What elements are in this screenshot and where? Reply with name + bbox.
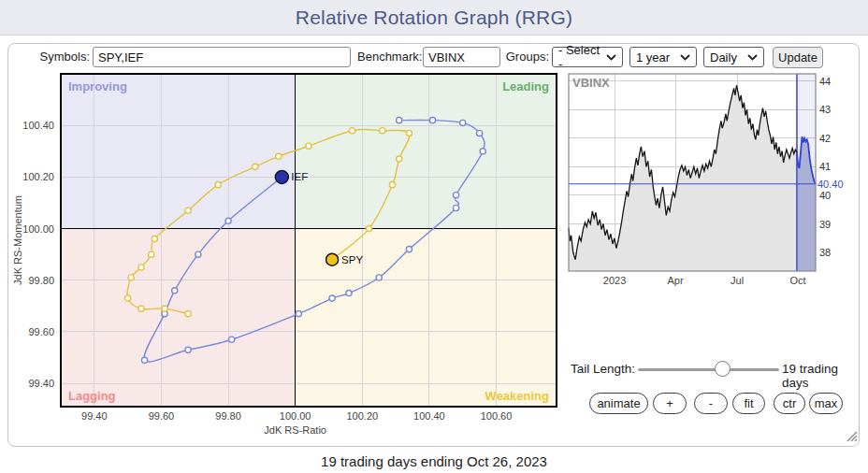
tail-point	[195, 251, 201, 257]
tail-point	[225, 218, 231, 223]
svg-text:40.40: 40.40	[817, 179, 844, 190]
tail-point	[349, 128, 354, 134]
tail-point	[215, 182, 221, 188]
svg-text:99.80: 99.80	[215, 410, 241, 422]
rrg-quadrants	[61, 74, 557, 407]
groups-select[interactable]: - Select -	[552, 47, 623, 67]
svg-text:41: 41	[819, 161, 831, 172]
svg-text:Jul: Jul	[731, 275, 744, 286]
tail-point	[480, 149, 485, 154]
svg-text:Apr: Apr	[667, 275, 683, 286]
tail-point	[453, 205, 458, 210]
zoom-out-button[interactable]: -	[694, 393, 728, 414]
tail-length-slider-track[interactable]	[638, 368, 779, 371]
symbols-label: Symbols:	[34, 50, 90, 64]
svg-text:40: 40	[819, 190, 831, 201]
svg-text:38: 38	[819, 247, 831, 258]
tail-point	[389, 182, 395, 188]
tail-point	[185, 208, 191, 213]
header-bar: Relative Rotation Graph (RRG)	[0, 0, 868, 36]
svg-text:44: 44	[819, 76, 831, 87]
price-area	[569, 85, 816, 271]
svg-text:100.20: 100.20	[22, 171, 54, 182]
groups-select-value: - Select -	[558, 43, 602, 71]
svg-text:100.00: 100.00	[22, 223, 54, 235]
tail-length-label: Tail Length:	[571, 362, 635, 376]
svg-text:2023: 2023	[603, 275, 626, 286]
period-select[interactable]: 1 year	[629, 47, 697, 67]
update-button[interactable]: Update	[773, 47, 823, 68]
tail-point	[185, 347, 191, 352]
tail-point	[141, 357, 147, 363]
page-title: Relative Rotation Graph (RRG)	[0, 0, 868, 36]
animate-button[interactable]: animate	[589, 393, 648, 414]
tail-point	[172, 288, 178, 294]
footer-caption: 19 trading days ending Oct 26, 2023	[0, 453, 868, 469]
tail-point	[128, 275, 134, 280]
rrg-marker-label: IEF	[291, 171, 308, 182]
svg-text:43: 43	[819, 104, 831, 115]
svg-text:99.80: 99.80	[28, 275, 54, 286]
frequency-select[interactable]: Daily	[703, 47, 764, 67]
svg-text:JdK RS-Ratio: JdK RS-Ratio	[264, 424, 326, 436]
rrg-chart[interactable]: ImprovingLeadingLaggingWeakening99.4099.…	[9, 71, 571, 445]
benchmark-price-chart[interactable]: VBINX4443424140393840.402023AprJulOct	[561, 71, 866, 288]
tail-point	[380, 128, 385, 134]
svg-text:Leading: Leading	[502, 79, 549, 93]
svg-text:100.20: 100.20	[346, 410, 378, 422]
tail-point	[162, 306, 167, 311]
svg-text:99.40: 99.40	[28, 378, 54, 389]
svg-text:JdK RS-Momentum: JdK RS-Momentum	[12, 195, 23, 285]
tail-point	[376, 275, 382, 280]
svg-text:39: 39	[819, 219, 831, 230]
svg-text:42: 42	[819, 133, 831, 144]
center-button[interactable]: ctr	[774, 393, 805, 414]
period-select-value: 1 year	[636, 50, 670, 64]
max-button[interactable]: max	[809, 393, 843, 414]
chevron-down-icon	[606, 54, 616, 61]
rrg-marker-spy[interactable]	[326, 253, 339, 265]
resize-handle-icon[interactable]	[844, 428, 858, 442]
tail-point	[460, 120, 466, 125]
svg-text:Lagging: Lagging	[68, 389, 116, 403]
svg-text:100.00: 100.00	[280, 410, 311, 422]
tail-point	[453, 193, 458, 198]
tail-point	[152, 236, 157, 242]
tail-point	[406, 130, 412, 136]
tail-point	[138, 306, 144, 311]
tail-point	[149, 251, 154, 257]
tail-point	[366, 225, 371, 231]
benchmark-input[interactable]	[423, 47, 500, 67]
fit-button[interactable]: fit	[732, 393, 765, 414]
benchmark-chart-title: VBINX	[572, 76, 610, 90]
tail-point	[296, 311, 301, 317]
chevron-down-icon	[680, 54, 690, 61]
groups-label: Groups:	[505, 50, 549, 64]
svg-text:99.60: 99.60	[149, 410, 175, 422]
tail-point	[229, 337, 235, 342]
tail-point	[477, 130, 483, 136]
svg-text:99.60: 99.60	[28, 326, 54, 337]
tail-point	[397, 156, 402, 162]
tail-point	[276, 153, 282, 159]
tail-length-slider-thumb[interactable]	[715, 361, 731, 377]
svg-text:Improving: Improving	[68, 79, 127, 93]
tail-point	[138, 265, 144, 270]
rrg-marker-label: SPY	[341, 254, 363, 265]
symbols-input[interactable]	[93, 47, 351, 67]
rrg-marker-ief[interactable]	[275, 170, 288, 183]
tail-point	[397, 118, 402, 123]
benchmark-label: Benchmark:	[357, 50, 419, 64]
tail-point	[306, 143, 311, 149]
tail-point	[329, 295, 335, 301]
svg-text:99.40: 99.40	[81, 410, 108, 422]
zoom-in-button[interactable]: +	[653, 393, 687, 414]
svg-text:Weakening: Weakening	[485, 389, 549, 403]
tail-point	[125, 295, 131, 301]
tail-point	[346, 290, 352, 295]
tail-point	[185, 311, 191, 317]
tail-length-value: 19 trading days	[782, 362, 862, 390]
svg-text:100.40: 100.40	[413, 410, 445, 422]
tail-point	[429, 118, 435, 123]
svg-text:100.40: 100.40	[22, 120, 54, 131]
